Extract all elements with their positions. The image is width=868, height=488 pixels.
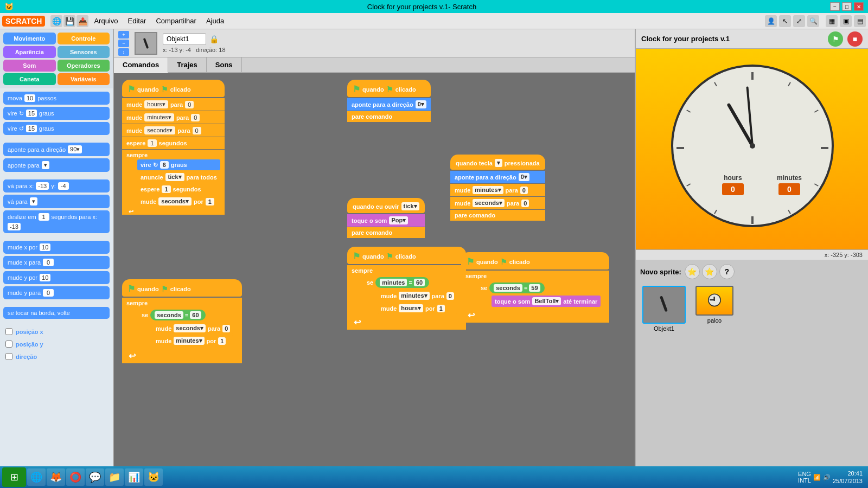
block-mude-seconds[interactable]: mude seconds▾ para 0: [122, 124, 225, 137]
globe-icon[interactable]: 🌐: [50, 15, 62, 27]
block-mude-hours[interactable]: mude hours▾ para 0: [122, 98, 225, 111]
block-vire-cw[interactable]: vire ↻ 15 graus: [3, 107, 110, 120]
var-direcao[interactable]: direção: [3, 351, 110, 362]
taskbar-chrome[interactable]: ⭕: [66, 468, 85, 486]
block-mude-minutes-por-1[interactable]: mude minutes▾ por 1: [152, 335, 233, 346]
block-vire-6-graus[interactable]: vire ↻ 6 graus: [137, 159, 220, 170]
sprite-item-objekt1[interactable]: Objekt1: [640, 284, 688, 334]
block-espere-1-seg[interactable]: espere 1 segundos: [137, 184, 220, 195]
block-sempre-2[interactable]: sempre se seconds = 60: [122, 298, 242, 363]
close-button[interactable]: ✕: [854, 2, 864, 11]
minimize-button[interactable]: −: [830, 2, 840, 11]
green-flag-button[interactable]: ⚑: [828, 31, 843, 47]
sprite-name[interactable]: Objekt1: [163, 33, 206, 45]
taskbar-folder[interactable]: 📁: [105, 468, 124, 486]
block-if-minutes-60[interactable]: se minutes = 60 mude minutes▾: [362, 275, 462, 316]
account-icon[interactable]: 👤: [765, 15, 777, 27]
taskbar-skype[interactable]: 💬: [86, 468, 104, 486]
sprite-ctrl-3[interactable]: ↕: [118, 48, 129, 56]
block-vire-ccw[interactable]: vire ↺ 15 graus: [3, 122, 110, 135]
stop-button[interactable]: ■: [847, 31, 863, 47]
block-espere-1[interactable]: espere 1 segundos: [122, 137, 225, 149]
var-posicao-y[interactable]: posição y: [3, 339, 110, 349]
block-se-tocar[interactable]: se tocar na borda, volte: [3, 307, 110, 319]
resize-icon[interactable]: ⤢: [793, 15, 805, 27]
hat-quando-clicado-2[interactable]: ⚑ quando ⚑ clicado: [122, 279, 242, 297]
var-direcao-check[interactable]: [5, 353, 12, 360]
block-va-para-xy[interactable]: vá para x: -13 y: -4: [3, 179, 110, 192]
cat-operadores[interactable]: Operadores: [58, 60, 110, 72]
new-sprite-upload[interactable]: ?: [719, 264, 735, 279]
block-mude-hours-por-1[interactable]: mude hours▾ por 1: [378, 303, 457, 314]
block-pare-comando-2[interactable]: pare comando: [347, 227, 425, 238]
block-mova[interactable]: mova 10 passos: [3, 92, 110, 105]
block-va-para[interactable]: vá para ▾: [3, 195, 110, 208]
hat-quando-clicado-3[interactable]: ⚑ quando ⚑ clicado: [347, 80, 431, 97]
block-mude-seconds-0-2[interactable]: mude seconds▾ para 0: [450, 197, 545, 209]
block-mude-minutes-0[interactable]: mude minutes▾ para 0: [378, 290, 457, 301]
scripts-area[interactable]: ⚑ quando ⚑ clicado mude hours▾ para 0 mu…: [114, 73, 635, 488]
var-posicao-y-check[interactable]: [5, 341, 12, 348]
maximize-button[interactable]: □: [842, 2, 852, 11]
block-aponte-dir-0[interactable]: aponte para a direção 0▾: [347, 98, 431, 111]
menu-editar[interactable]: Editar: [123, 15, 150, 27]
cat-som[interactable]: Som: [3, 60, 56, 72]
new-sprite-paint[interactable]: ⭐: [685, 264, 700, 279]
cat-aparencia[interactable]: Aparência: [3, 46, 56, 58]
tab-trajes[interactable]: Trajes: [168, 57, 207, 72]
sprite-ctrl-1[interactable]: +: [118, 31, 129, 38]
save-icon[interactable]: 💾: [63, 15, 75, 27]
var-posicao-x-check[interactable]: [5, 328, 12, 335]
hat-quando-clicado-5[interactable]: ⚑ quando ⚑ clicado: [347, 247, 466, 264]
hat-tecla-pressionada[interactable]: quando tecla ▾ pressionada: [450, 155, 545, 170]
block-mude-x-por[interactable]: mude x por 10: [3, 241, 110, 254]
block-mude-seconds-0[interactable]: mude seconds▾ para 0: [152, 323, 233, 334]
layout-icon3[interactable]: ▤: [854, 15, 866, 27]
share-icon[interactable]: 📤: [76, 15, 88, 27]
sprite-item-palco[interactable]: palco: [693, 284, 736, 334]
block-toque-pop[interactable]: toque o som Pop▾: [347, 214, 425, 227]
tab-comandos[interactable]: Comandos: [114, 57, 168, 73]
zoom-icon[interactable]: 🔍: [807, 15, 819, 27]
tab-sons[interactable]: Sons: [207, 57, 242, 72]
cat-caneta[interactable]: Caneta: [3, 73, 56, 85]
block-sempre-7[interactable]: sempre se seconds = 59: [461, 271, 609, 323]
block-aponte-dir[interactable]: aponte para a direção 90▾: [3, 143, 110, 156]
block-mude-y-por[interactable]: mude y por 10: [3, 271, 110, 284]
block-mude-seconds-por-1[interactable]: mude seconds▾ por 1: [137, 196, 220, 207]
block-mude-minutes-0-2[interactable]: mude minutes▾ para 0: [450, 184, 545, 196]
block-aponte-dir-0-2[interactable]: aponte para a direção 0▾: [450, 171, 545, 183]
block-if-seconds-59[interactable]: se seconds = 59 toque o som B: [476, 280, 605, 309]
block-deslize[interactable]: deslize em 1 segundos para x: -13: [3, 210, 110, 233]
hat-quando-clicado-1[interactable]: ⚑ quando ⚑ clicado: [122, 80, 225, 97]
start-button[interactable]: ⊞: [2, 467, 26, 487]
new-sprite-surprise[interactable]: ⭐: [702, 264, 717, 279]
var-posicao-x[interactable]: posição x: [3, 326, 110, 337]
menu-ajuda[interactable]: Ajuda: [202, 15, 228, 27]
pointer-icon[interactable]: ↖: [779, 15, 791, 27]
block-sempre-5[interactable]: sempre se minutes = 60: [347, 265, 466, 330]
taskbar-powerpoint[interactable]: 📊: [125, 468, 143, 486]
block-mude-y-para[interactable]: mude y para 0: [3, 286, 110, 299]
sprite-ctrl-2[interactable]: −: [118, 40, 129, 47]
taskbar-firefox[interactable]: 🦊: [47, 468, 65, 486]
layout-icon1[interactable]: ▦: [826, 15, 838, 27]
block-pare-comando-1[interactable]: pare comando: [347, 111, 431, 122]
cat-variaveis[interactable]: Variáveis: [58, 73, 110, 85]
block-aponte-para[interactable]: aponte para ▾: [3, 158, 110, 172]
cat-sensores[interactable]: Sensores: [58, 46, 110, 58]
block-sempre-1[interactable]: sempre vire ↻ 6 graus anuncie tick▾ para…: [122, 150, 225, 215]
block-mude-minutes[interactable]: mude minutes▾ para 0: [122, 111, 225, 124]
lock-icon[interactable]: 🔒: [209, 35, 219, 43]
hat-quando-clicado-7[interactable]: ⚑ quando ⚑ clicado: [461, 252, 609, 269]
block-pare-comando-3[interactable]: pare comando: [450, 210, 545, 221]
layout-icon2[interactable]: ▣: [840, 15, 852, 27]
block-mude-x-para[interactable]: mude x para 0: [3, 256, 110, 269]
hat-ouvir-tick[interactable]: quando eu ouvir tick▾: [347, 198, 425, 213]
menu-compartilhar[interactable]: Compartilhar: [151, 15, 200, 27]
cat-movimento[interactable]: Movimento: [3, 33, 56, 44]
block-toque-belltoll[interactable]: toque o som BellToll▾ até terminar: [492, 296, 601, 307]
taskbar-ie[interactable]: 🌐: [27, 468, 46, 486]
taskbar-scratch[interactable]: 🐱: [144, 468, 163, 486]
block-if-seconds-60[interactable]: se seconds = 60 mude seconds▾: [137, 307, 238, 349]
